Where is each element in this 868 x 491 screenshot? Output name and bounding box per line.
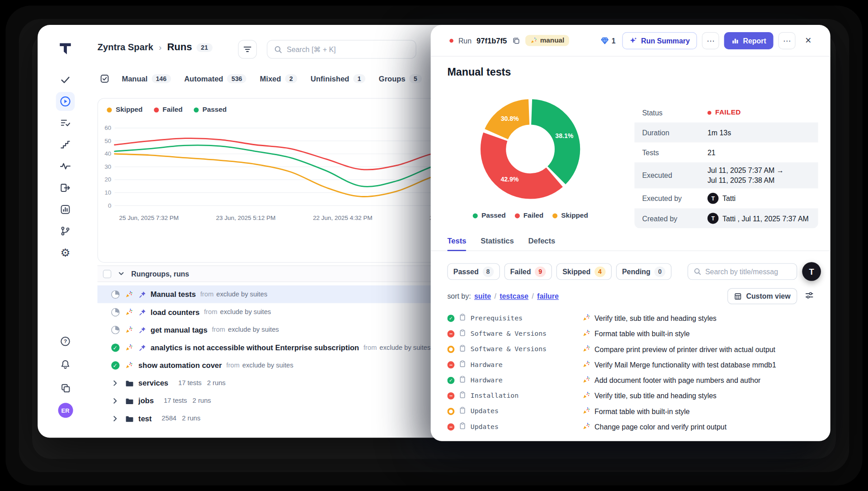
branch-icon (60, 225, 71, 236)
row-tests-count: 2584 (162, 415, 177, 422)
sidebar-item-settings[interactable]: ⚙ (56, 243, 75, 262)
sidebar-item-milestones[interactable] (56, 135, 75, 154)
sort-link[interactable]: failure (537, 292, 559, 300)
legend-dot (107, 107, 112, 112)
chevron-down-icon[interactable] (118, 271, 125, 277)
tab-count-badge: 536 (227, 74, 246, 83)
drawer-actions: 1 Run Summary ⋯ Report ⋯ × (600, 32, 816, 49)
sidebar-item-export[interactable] (56, 178, 75, 197)
chevron-right-icon[interactable] (111, 397, 120, 404)
runs-filter-tab[interactable]: Mixed 2 (260, 74, 297, 83)
sidebar-item-runs[interactable] (56, 92, 75, 111)
sidebar-item-analytics[interactable] (56, 157, 75, 176)
test-row[interactable]: Installation Verify title, sub title and… (431, 388, 830, 403)
filter-button[interactable] (238, 40, 257, 59)
test-row[interactable]: Updates Change page color and verify pri… (431, 419, 830, 434)
run-status-icon (111, 325, 119, 334)
brand-logo-badge[interactable]: T (802, 262, 821, 281)
custom-view-button[interactable]: Custom view (727, 288, 797, 305)
confetti-icon (125, 326, 134, 334)
svg-text:22 Jun, 2025 4:32 PM: 22 Jun, 2025 4:32 PM (313, 215, 373, 221)
user-avatar[interactable]: ER (58, 403, 73, 418)
sidebar-item-plans[interactable] (56, 114, 75, 133)
info-label: Created by (642, 214, 707, 222)
sort-link[interactable]: testcase (500, 292, 528, 300)
drawer-tab[interactable]: Defects (528, 237, 556, 251)
test-row[interactable]: Updates Format table with built-in style (431, 403, 830, 419)
runs-filter-tab[interactable]: Unfinished 1 (311, 74, 365, 83)
gem-counter[interactable]: 1 (600, 36, 615, 44)
legend-label: Failed (163, 106, 183, 114)
clipboard-icon (459, 391, 466, 400)
chevron-right-icon[interactable] (111, 415, 120, 422)
filter-chip[interactable]: Passed 8 (447, 263, 500, 280)
run-summary-button[interactable]: Run Summary (622, 32, 697, 49)
test-row[interactable]: Hardware Verify Mail Merge functionality… (431, 357, 830, 372)
info-label: Tests (642, 148, 707, 157)
adjustments-icon[interactable] (805, 291, 814, 301)
row-from-label: from (226, 361, 240, 369)
filter-chip[interactable]: Pending 0 (616, 263, 671, 280)
drawer-tab[interactable]: Tests (447, 237, 466, 251)
tests-search-input[interactable] (705, 267, 791, 276)
report-button[interactable]: Report (724, 32, 774, 49)
sidebar-item-notifications[interactable] (57, 356, 74, 373)
runs-filter-tab[interactable]: Automated 536 (184, 74, 246, 83)
search-input[interactable] (287, 45, 409, 53)
sidebar-item-help[interactable]: ? (57, 333, 74, 350)
more-options-button[interactable]: ⋯ (702, 32, 719, 49)
drawer-tab[interactable]: Statistics (481, 237, 514, 251)
sort-link[interactable]: suite (474, 292, 491, 300)
sort-separator: / (532, 292, 533, 300)
project-name[interactable]: Zyntra Spark (98, 42, 154, 52)
clipboard-icon (459, 375, 466, 385)
test-row[interactable]: Hardware Add document footer with page n… (431, 372, 830, 388)
info-row: Status T FAILED (634, 103, 818, 123)
runs-filter-tab[interactable]: Groups 5 (379, 74, 422, 83)
gear-icon: ⚙ (61, 247, 71, 258)
filter-chip[interactable]: Skipped 4 (557, 263, 612, 280)
confetti-icon (125, 361, 134, 369)
stairs-icon (60, 139, 71, 150)
test-row[interactable]: Prerequisites Verify title, sub title an… (431, 310, 830, 326)
table-grid-icon (734, 292, 741, 300)
test-title: Verify title, sub title and heading styl… (594, 314, 717, 322)
sidebar-item-reports[interactable] (56, 200, 75, 219)
run-summary-label: Run Summary (641, 36, 690, 44)
confetti-icon (125, 308, 134, 316)
stage: ⚙ ? ER Zyntra Spark › Runs 21 (0, 0, 868, 491)
test-status-icon (447, 361, 454, 368)
svg-text:30: 30 (104, 163, 111, 170)
app-logo[interactable] (57, 40, 74, 57)
tests-search (688, 263, 797, 280)
test-row[interactable]: Software & Versions Format table with bu… (431, 326, 830, 341)
clipboard-icon (459, 313, 466, 323)
donut-percent-label: 30.8% (501, 115, 519, 122)
svg-text:10: 10 (104, 189, 111, 196)
row-source: exclude by suites (220, 308, 271, 316)
search-icon (693, 267, 701, 275)
info-label: Status (642, 108, 707, 116)
test-title: Format table with built-in style (594, 329, 690, 338)
filter-chip[interactable]: Failed 9 (504, 263, 552, 280)
close-drawer-button[interactable]: × (801, 33, 816, 48)
chip-count-badge: 0 (654, 266, 665, 276)
test-row[interactable]: Software & Versions Compare print previe… (431, 341, 830, 357)
chevron-right-icon[interactable] (111, 380, 120, 386)
test-suite: Hardware (471, 376, 503, 384)
select-all-checkbox[interactable] (103, 270, 111, 278)
runs-filter-tab[interactable]: Manual 146 (122, 74, 171, 83)
confetti-icon (582, 422, 590, 431)
copy-run-id-button[interactable] (512, 36, 520, 44)
drawer-more-button[interactable]: ⋯ (778, 32, 796, 49)
info-row: Created by T Tatti , Jul 11, 2025 7:37 A… (634, 208, 818, 228)
sidebar-item-checks[interactable] (56, 71, 75, 90)
clipboard-icon (459, 344, 466, 354)
sidebar-item-branches[interactable] (56, 222, 75, 241)
legend-label: Passed (481, 212, 506, 219)
test-status-icon (447, 408, 454, 415)
legend-label: Failed (524, 212, 543, 219)
sidebar-item-projects[interactable] (57, 380, 74, 396)
export-box-icon (60, 182, 71, 193)
run-status-icon (111, 290, 119, 298)
